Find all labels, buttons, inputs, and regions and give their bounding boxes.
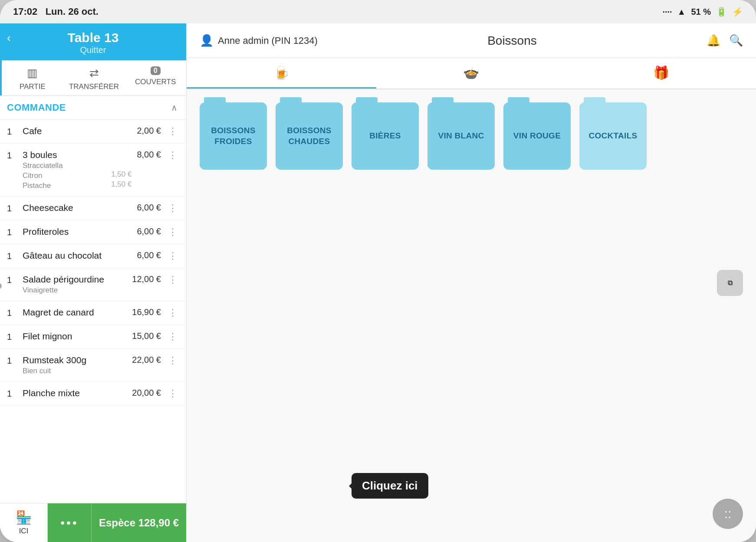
item-name: Profiteroles [23,227,131,237]
folder-label: VIN ROUGE [513,131,561,141]
dots-label: ••• [60,516,78,530]
device-frame: 17:02 Lun. 26 oct. ···· ▲ 51 % 🔋 ⚡ ‹ Tab… [0,0,756,542]
order-item-rumsteak: 1 Rumsteak 300g Bien cuit 22,00 € ⋮ [0,349,186,382]
order-qty: 1 [7,203,17,214]
item-menu-icon[interactable]: ⋮ [166,203,179,214]
cat-tab-food[interactable]: 🍲 [376,58,566,89]
order-qty: 1 [7,388,17,399]
item-name: Rumsteak 300g [23,355,127,365]
folder-boissons-chaudes[interactable]: BOISSONSCHAUDES [276,102,343,170]
folder-bieres[interactable]: BIÈRES [352,102,419,170]
ici-button[interactable]: 🏪 ICI [0,503,48,542]
sidebar: ‹ Table 13 Quitter ▥ PARTIE ⇄ TRANSFÉRER… [0,23,187,542]
folder-grid: BOISSONSFROIDES BOISSONSCHAUDES BIÈRES V… [187,89,756,542]
cat-tab-gift[interactable]: 🎁 [566,58,756,89]
search-icon[interactable]: 🔍 [729,34,743,47]
order-info: Rumsteak 300g Bien cuit [23,355,127,375]
battery-percent: 51 % [691,7,711,17]
item-name: Salade périgourdine [23,274,127,285]
item-menu-icon[interactable]: ⋮ [166,274,179,286]
couverts-badge: 0 [151,66,161,75]
item-price: 6,00 € [137,227,161,237]
item-name: Cafe [23,126,131,136]
commande-chevron-icon: ∧ [171,102,177,113]
order-info: Filet mignon [23,331,127,342]
sidebar-tab-bar: ▥ PARTIE ⇄ TRANSFÉRER 0 COUVERTS [0,60,186,96]
espece-label: Espèce 128,90 € [99,517,179,529]
order-info: Cafe [23,126,131,136]
main-container: ‹ Table 13 Quitter ▥ PARTIE ⇄ TRANSFÉRER… [0,23,756,542]
tooltip: Cliquez ici [352,473,428,499]
status-date: Lun. 26 oct. [46,6,99,17]
user-name: Anne admin (PIN 1234) [218,35,318,46]
item-price: 8,00 € [137,150,161,160]
item-name: Magret de canard [23,307,127,318]
order-list: 1 Cafe 2,00 € ⋮ 1 3 boules Stracciatella… [0,120,186,503]
item-sub: Stracciatella [23,161,131,170]
item-name: Planche mixte [23,388,127,398]
order-item-cheesecake: 1 Cheesecake 6,00 € ⋮ [0,197,186,220]
item-name: Gâteau au chocolat [23,250,131,261]
status-time-date: 17:02 Lun. 26 oct. [13,6,99,17]
commande-header[interactable]: COMMANDE ∧ [0,96,186,120]
order-qty: 1 [7,150,17,161]
tab-transferer[interactable]: ⇄ TRANSFÉRER [63,60,125,95]
item-menu-icon[interactable]: ⋮ [166,227,179,238]
gift-icon: 🎁 [653,65,669,80]
bell-icon[interactable]: 🔔 [707,34,720,47]
item-menu-icon[interactable]: ⋮ [166,388,179,399]
item-price: 6,00 € [137,203,161,213]
ici-label: ICI [19,527,29,535]
back-button[interactable]: ‹ [7,31,11,45]
folder-vin-rouge[interactable]: VIN ROUGE [503,102,571,170]
item-sub: Bien cuit [23,367,127,375]
grid-button[interactable]: :: [713,499,743,529]
folder-cocktails[interactable]: COCKTAILS [579,102,647,170]
order-info: 3 boules Stracciatella Citron 1,50 € Pis… [23,150,131,190]
order-info: Cheesecake [23,203,131,213]
user-icon: 👤 [200,34,214,47]
item-menu-icon[interactable]: ⋮ [166,150,179,161]
order-item-cafe: 1 Cafe 2,00 € ⋮ [0,120,186,144]
item-menu-icon[interactable]: ⋮ [166,331,179,342]
category-tabs: 🍺 🍲 🎁 [187,58,756,89]
grid-icon: :: [724,506,732,521]
folder-boissons-froides[interactable]: BOISSONSFROIDES [200,102,267,170]
item-name: Cheesecake [23,203,131,213]
order-item-planche: 1 Planche mixte 20,00 € ⋮ [0,382,186,406]
lightning-icon: ⚡ [732,7,743,17]
item-name: 3 boules [23,150,131,160]
item-menu-icon[interactable]: ⋮ [166,250,179,262]
wifi-icon: ▲ [677,7,686,17]
signal-dots: ···· [662,7,672,17]
item-menu-icon[interactable]: ⋮ [166,355,179,366]
tooltip-text: Cliquez ici [362,479,418,492]
folder-vin-blanc[interactable]: VIN BLANC [427,102,495,170]
ici-icon: 🏪 [16,510,32,525]
order-qty: 1 [7,126,17,137]
tab-couverts[interactable]: 0 COUVERTS [125,60,186,95]
order-item-magret: 1 Magret de canard 16,90 € ⋮ [0,301,186,325]
item-price: 22,00 € [132,355,161,365]
order-info: Profiteroles [23,227,131,237]
item-sub-price: 1,50 € [111,170,131,180]
dots-button[interactable]: ••• [48,503,91,542]
right-side-button[interactable]: ⧉ [717,270,743,296]
status-right: ···· ▲ 51 % 🔋 ⚡ [662,7,743,17]
order-qty: 1 [7,227,17,237]
espece-button[interactable]: Espèce 128,90 € [91,503,186,542]
tab-partie[interactable]: ▥ PARTIE [0,60,63,95]
item-menu-icon[interactable]: ⋮ [166,307,179,319]
battery-icon: 🔋 [716,7,727,17]
cat-tab-drinks[interactable]: 🍺 [187,58,376,89]
order-info: Gâteau au chocolat [23,250,131,261]
folder-label: COCKTAILS [588,131,637,141]
food-icon: 🍲 [463,65,479,80]
order-item-profiteroles: 1 Profiteroles 6,00 € ⋮ [0,220,186,244]
order-item-salade: 1 Salade périgourdine Vinaigrette 12,00 … [0,268,186,301]
item-price: 12,00 € [132,274,161,284]
item-menu-icon[interactable]: ⋮ [166,126,179,137]
status-bar: 17:02 Lun. 26 oct. ···· ▲ 51 % 🔋 ⚡ [0,0,756,23]
folder-label: BOISSONSFROIDES [211,125,256,147]
right-header: 👤 Anne admin (PIN 1234) Boissons 🔔 🔍 [187,23,756,58]
